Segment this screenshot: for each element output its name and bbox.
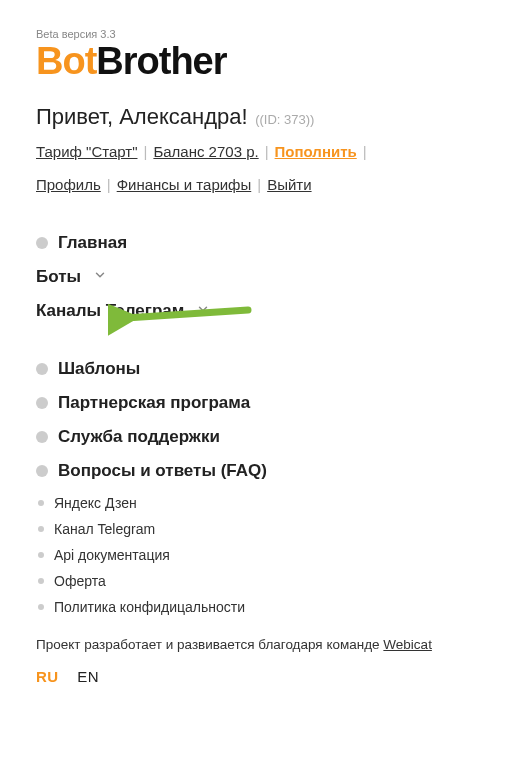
bullet-small-icon	[38, 526, 44, 532]
footer-credit-link[interactable]: Webicat	[383, 637, 432, 652]
nav-faq-label: Вопросы и ответы (FAQ)	[58, 461, 267, 481]
nav-main[interactable]: Главная	[36, 233, 474, 253]
support-link-offer[interactable]: Оферта	[36, 573, 474, 589]
bullet-icon	[36, 237, 48, 249]
bullet-icon	[36, 431, 48, 443]
support-link-label: Канал Telegram	[54, 521, 155, 537]
logo-part-brother: Brother	[96, 40, 226, 82]
footer-credit: Проект разработает и развивается благода…	[36, 637, 474, 652]
sep: |	[143, 138, 147, 167]
nav-partner[interactable]: Партнерская програма	[36, 393, 474, 413]
bullet-icon	[36, 397, 48, 409]
nav-support-label: Служба поддержки	[58, 427, 220, 447]
nav-channels-label: Каналы Телеграм	[36, 301, 184, 321]
lang-en[interactable]: EN	[77, 668, 99, 685]
link-tariff[interactable]: Тариф "Старт"	[36, 143, 137, 160]
nav-support[interactable]: Служба поддержки	[36, 427, 474, 447]
support-link-label: Оферта	[54, 573, 106, 589]
support-link-api[interactable]: Api документация	[36, 547, 474, 563]
sidebar-nav: Главная Боты Каналы Телеграм Шаблоны Пар…	[36, 233, 474, 615]
bullet-icon	[36, 363, 48, 375]
nav-bots[interactable]: Боты	[36, 267, 474, 287]
footer-credit-text: Проект разработает и развивается благода…	[36, 637, 383, 652]
link-finance[interactable]: Финансы и тарифы	[117, 176, 252, 193]
greeting-hello: Привет, Александра!	[36, 104, 248, 129]
sep: |	[257, 171, 261, 200]
nav-templates-label: Шаблоны	[58, 359, 140, 379]
chevron-down-icon	[93, 267, 107, 287]
logo-part-bot: Bot	[36, 40, 96, 82]
nav-faq[interactable]: Вопросы и ответы (FAQ)	[36, 461, 474, 481]
support-link-yandex[interactable]: Яндекс Дзен	[36, 495, 474, 511]
sep: |	[265, 138, 269, 167]
bullet-icon	[36, 465, 48, 477]
link-topup[interactable]: Пополнить	[275, 143, 357, 160]
support-link-label: Политика конфидицальности	[54, 599, 245, 615]
language-switcher: RU EN	[36, 668, 474, 685]
nav-channels[interactable]: Каналы Телеграм	[36, 301, 474, 321]
support-link-telegram[interactable]: Канал Telegram	[36, 521, 474, 537]
greeting-id: ((ID: 373))	[252, 112, 315, 127]
nav-partner-label: Партнерская програма	[58, 393, 250, 413]
bullet-small-icon	[38, 500, 44, 506]
nav-main-label: Главная	[58, 233, 127, 253]
support-link-label: Яндекс Дзен	[54, 495, 137, 511]
greeting-text: Привет, Александра! ((ID: 373))	[36, 104, 474, 130]
support-link-label: Api документация	[54, 547, 170, 563]
support-link-privacy[interactable]: Политика конфидицальности	[36, 599, 474, 615]
sep: |	[363, 138, 367, 167]
account-links-row2: Профиль|Финансы и тарифы|Выйти	[36, 171, 474, 200]
nav-templates[interactable]: Шаблоны	[36, 359, 474, 379]
account-links-row1: Тариф "Старт"|Баланс 2703 р.|Пополнить|	[36, 138, 474, 167]
bullet-small-icon	[38, 552, 44, 558]
nav-bots-label: Боты	[36, 267, 81, 287]
link-balance[interactable]: Баланс 2703 р.	[153, 143, 258, 160]
bullet-small-icon	[38, 578, 44, 584]
app-logo: BotBrother	[36, 42, 474, 80]
support-links-list: Яндекс Дзен Канал Telegram Api документа…	[36, 495, 474, 615]
link-profile[interactable]: Профиль	[36, 176, 101, 193]
link-logout[interactable]: Выйти	[267, 176, 311, 193]
sep: |	[107, 171, 111, 200]
bullet-small-icon	[38, 604, 44, 610]
beta-version-label: Beta версия 3.3	[36, 28, 474, 40]
lang-ru[interactable]: RU	[36, 668, 59, 685]
chevron-down-icon	[196, 301, 210, 321]
